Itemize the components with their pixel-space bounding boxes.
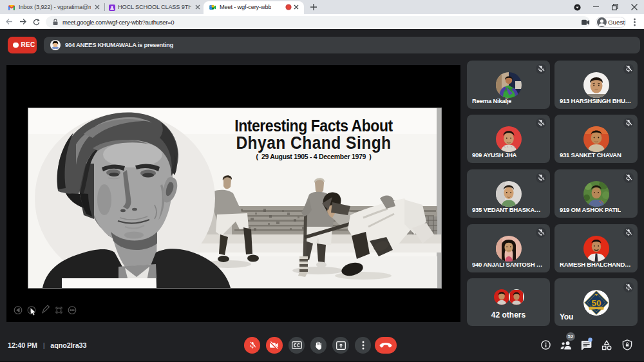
svg-text:50: 50 bbox=[591, 298, 601, 308]
